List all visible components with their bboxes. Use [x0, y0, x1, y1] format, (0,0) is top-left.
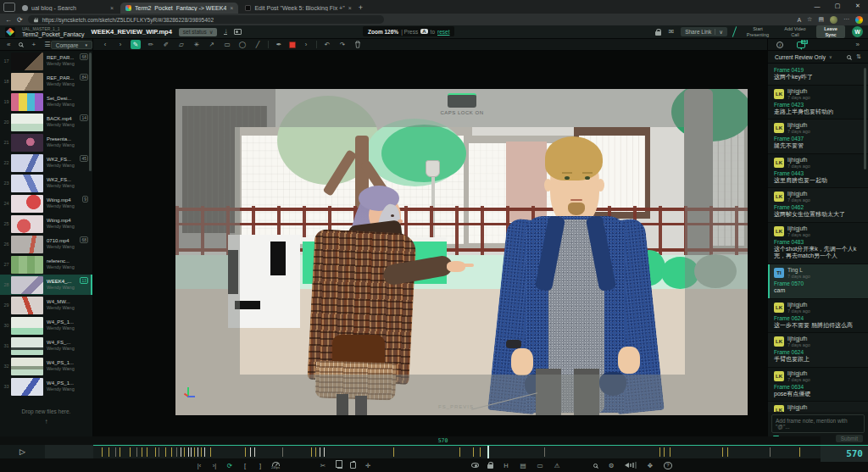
comment-frame-link[interactable]: Frame 0634 [774, 384, 862, 390]
stroke-width-icon[interactable]: › [301, 40, 311, 49]
collapse-sidebar-icon[interactable]: « [7, 41, 10, 48]
comment-card[interactable]: TITing L7 days agoFrame 0570cam [768, 264, 868, 299]
zoom-icon[interactable] [593, 464, 598, 468]
item-thumbnail[interactable] [11, 154, 43, 172]
item-thumbnail[interactable] [11, 134, 43, 152]
playlist-item[interactable]: 23WK2_FS...Wendy Wang [0, 173, 92, 193]
item-thumbnail[interactable] [11, 256, 43, 274]
back-icon[interactable]: ← [5, 16, 12, 24]
comment-card[interactable]: Frame 0419这两个key咋了 [768, 64, 868, 86]
url-field[interactable]: https://syncsketch.com/sketch/Z5LDLFLKY5… [28, 15, 384, 24]
line-tool-icon[interactable]: ╱ [253, 40, 263, 49]
timeline-scrubber[interactable] [93, 445, 821, 458]
submit-button[interactable]: Submit [836, 435, 863, 442]
comment-frame-link[interactable]: Frame 0624 [774, 315, 862, 321]
browser-profile-avatar[interactable] [830, 16, 837, 24]
comment-frame-link[interactable]: Frame 0419 [774, 67, 862, 73]
playlist-view-icon[interactable]: ☰ [44, 41, 50, 48]
eraser-tool-icon[interactable]: ▱ [176, 40, 186, 49]
color-swatch[interactable] [289, 42, 296, 48]
review-filter-dropdown[interactable]: Current Review Only [775, 54, 826, 60]
tab-actions-icon[interactable] [3, 3, 15, 12]
playlist-item[interactable]: 19Set_Desi...Wendy Wang [0, 92, 92, 112]
item-thumbnail[interactable] [11, 53, 43, 70]
browser-tab[interactable]: Term2_Pocket_Fantacy -> WEEK4× [120, 3, 238, 14]
upload-icon[interactable]: ↑ [0, 418, 92, 425]
thumbnail-icon[interactable] [234, 29, 242, 35]
tab-close-icon[interactable]: × [230, 5, 233, 11]
hold-icon[interactable]: H [502, 462, 510, 469]
comment-card[interactable]: LKlijhigjufh7 days agoFrame 0634pose有点僵硬 [768, 368, 868, 403]
syncsketch-logo[interactable] [5, 27, 15, 37]
playlist-item[interactable]: 30W4_PS_1...Wendy Wang [0, 315, 92, 336]
volume-icon[interactable] [625, 462, 637, 469]
pencil-tool-icon[interactable]: ✏ [146, 40, 156, 49]
rectangle-tool-icon[interactable]: ▭ [222, 40, 232, 49]
info-icon[interactable]: i [776, 42, 783, 48]
frame-fit-icon[interactable]: ▭ [536, 462, 544, 469]
tab-close-icon[interactable]: × [110, 5, 114, 11]
fps-icon[interactable]: 24fps [271, 462, 280, 469]
sidebar-scrollbar[interactable] [89, 53, 92, 171]
undo-icon[interactable]: ↶ [322, 40, 332, 49]
item-thumbnail[interactable] [11, 93, 43, 111]
item-thumbnail[interactable] [11, 317, 43, 335]
comment-card[interactable]: LKlijhigjufh7 days agoFrame 0423走路上半身也要转… [768, 86, 868, 120]
laser-tool-icon[interactable]: ✳ [192, 40, 202, 49]
playlist-item[interactable]: 32W4_PS_1...Wendy Wang [0, 356, 92, 376]
comment-frame-link[interactable]: Frame 0570 [774, 280, 862, 286]
brush-tool-icon[interactable]: ✎ [131, 40, 141, 49]
next-frame-icon[interactable]: ›| [210, 462, 219, 469]
more-options-icon[interactable]: ⋯ [843, 16, 849, 23]
playlist-item[interactable]: 28WEEK4_...Wendy Wang13 [0, 275, 92, 295]
add-item-icon[interactable]: + [31, 41, 36, 48]
privacy-lock-icon[interactable] [655, 31, 661, 36]
comment-card[interactable]: LKlijhigjufh7 days agoFrame 0483这个shot分开… [768, 223, 868, 264]
playlist-item[interactable]: 21Presenta...Wendy Wang [0, 132, 92, 153]
prev-frame-icon[interactable]: |‹ [195, 462, 203, 469]
visibility-icon[interactable] [471, 463, 479, 468]
item-thumbnail[interactable] [11, 195, 43, 213]
comment-card[interactable]: LKlijhigjufh7 days agoFrame 0462这两帧女生位置移… [768, 188, 868, 223]
trash-icon[interactable] [353, 40, 363, 49]
start-presenting-button[interactable]: Start Presenting [742, 26, 774, 37]
minimize-button[interactable]: — [807, 0, 827, 12]
viewer-canvas[interactable]: CAPS LOCK ON FS_PREVIS [93, 51, 767, 436]
playlist-item[interactable]: 18REF_PAR...Wendy Wang84 [0, 71, 92, 92]
item-thumbnail[interactable] [11, 337, 43, 355]
refresh-icon[interactable]: ⟳ [17, 16, 23, 24]
close-button[interactable]: ✕ [848, 0, 868, 12]
redo-icon[interactable]: ↷ [337, 40, 348, 49]
collections-icon[interactable]: ▤ [818, 16, 824, 23]
item-thumbnail[interactable] [11, 358, 43, 375]
comment-card[interactable]: LKlijhigjufh7 days agoFrame 0624手臂也要跟上 [768, 333, 868, 368]
comment-card[interactable]: LKlijhigjufh7 days agoFrame 0624这一步不需要 胳… [768, 299, 868, 334]
comment-card[interactable]: LKlijhigjufh7 days agoFrame 0443这里肩膀也要一起… [768, 154, 868, 189]
search-icon[interactable] [19, 42, 23, 47]
marker-tool-icon[interactable]: ✐ [161, 40, 171, 49]
maximize-button[interactable]: ▢ [827, 0, 848, 12]
paste-icon[interactable] [350, 462, 356, 469]
set-status-button[interactable]: set status ∨ [179, 28, 218, 36]
compare-dropdown[interactable]: Compare ▾ [51, 41, 92, 49]
playlist-item[interactable]: 25Wting.mp4Wendy Wang [0, 214, 92, 234]
item-thumbnail[interactable] [11, 297, 43, 314]
play-button[interactable]: ▷ [0, 445, 45, 458]
playlist-item[interactable]: 27referenc...Wendy Wang [0, 254, 92, 275]
range-in-icon[interactable]: [ [241, 462, 249, 469]
comment-frame-link[interactable]: Frame 0423 [774, 102, 862, 108]
playlist-item[interactable]: 24Wting.mp4Wendy Wang9 [0, 193, 92, 214]
playlist-item[interactable]: 22WK2_FS...Wendy Wang45 [0, 153, 92, 173]
playlist-item[interactable]: 31W4_FS_...Wendy Wang [0, 336, 92, 356]
pen-tool-icon[interactable]: ✒ [274, 40, 284, 49]
comment-frame-link[interactable]: Frame 0483 [774, 239, 862, 245]
loop-icon[interactable]: ⟳ [225, 462, 234, 469]
lock-icon[interactable] [487, 464, 493, 469]
leave-sync-button[interactable]: Leave Sync [816, 25, 845, 38]
workspace-title[interactable]: UAL_MASTER_1_1 Term2_Pocket_Fantacy [22, 27, 85, 37]
copilot-icon[interactable] [855, 16, 863, 24]
copy-icon[interactable] [337, 463, 342, 469]
prev-annotation-icon[interactable]: ‹ [100, 40, 110, 49]
range-out-icon[interactable]: ] [256, 462, 264, 469]
gear-icon[interactable]: ⚙ [607, 462, 615, 469]
